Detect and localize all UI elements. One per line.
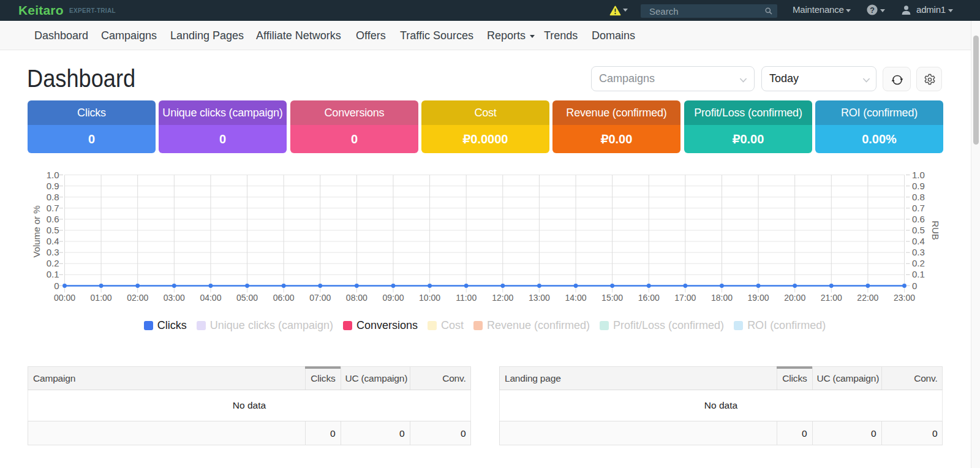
svg-text:0.3: 0.3 xyxy=(912,247,925,257)
svg-text:0.6: 0.6 xyxy=(47,214,59,224)
svg-text:06:00: 06:00 xyxy=(273,293,295,303)
svg-text:14:00: 14:00 xyxy=(565,293,586,303)
svg-text:?: ? xyxy=(870,6,875,15)
svg-text:0.1: 0.1 xyxy=(912,269,925,279)
svg-text:13:00: 13:00 xyxy=(529,293,550,303)
svg-text:16:00: 16:00 xyxy=(638,293,660,303)
svg-text:Volume or %: Volume or % xyxy=(31,205,42,257)
svg-text:0.4: 0.4 xyxy=(47,236,59,246)
svg-text:23:00: 23:00 xyxy=(894,293,915,303)
svg-text:20:00: 20:00 xyxy=(784,293,805,303)
svg-text:12:00: 12:00 xyxy=(492,293,513,303)
svg-text:0.8: 0.8 xyxy=(47,192,59,202)
svg-text:17:00: 17:00 xyxy=(674,293,696,303)
svg-text:00:00: 00:00 xyxy=(54,293,75,303)
svg-text:0.2: 0.2 xyxy=(912,258,925,268)
svg-text:1.0: 1.0 xyxy=(912,170,925,180)
svg-text:02:00: 02:00 xyxy=(127,293,148,303)
svg-text:0.7: 0.7 xyxy=(912,203,925,213)
svg-text:1.0: 1.0 xyxy=(47,170,59,180)
svg-text:04:00: 04:00 xyxy=(200,293,221,303)
svg-text:0.2: 0.2 xyxy=(47,258,59,268)
svg-text:0.5: 0.5 xyxy=(47,225,59,235)
svg-text:0.1: 0.1 xyxy=(47,269,59,279)
svg-text:22:00: 22:00 xyxy=(857,293,878,303)
svg-text:18:00: 18:00 xyxy=(711,293,733,303)
svg-text:03:00: 03:00 xyxy=(164,293,185,303)
svg-text:0.8: 0.8 xyxy=(912,192,925,202)
svg-text:21:00: 21:00 xyxy=(821,293,842,303)
svg-text:08:00: 08:00 xyxy=(346,293,368,303)
svg-text:10:00: 10:00 xyxy=(419,293,440,303)
svg-text:0.5: 0.5 xyxy=(912,225,925,235)
svg-text:0.7: 0.7 xyxy=(47,203,59,213)
svg-text:09:00: 09:00 xyxy=(382,293,404,303)
svg-text:0.3: 0.3 xyxy=(47,247,59,257)
svg-text:0.6: 0.6 xyxy=(912,214,925,224)
svg-text:15:00: 15:00 xyxy=(601,293,623,303)
svg-text:11:00: 11:00 xyxy=(456,293,477,303)
svg-text:0: 0 xyxy=(912,281,917,291)
svg-text:19:00: 19:00 xyxy=(748,293,769,303)
svg-text:05:00: 05:00 xyxy=(236,293,258,303)
svg-text:07:00: 07:00 xyxy=(309,293,331,303)
svg-text:0.4: 0.4 xyxy=(912,236,925,246)
svg-text:01:00: 01:00 xyxy=(91,293,112,303)
svg-text:0.9: 0.9 xyxy=(47,181,59,191)
svg-text:RUB: RUB xyxy=(930,221,941,240)
svg-text:0.9: 0.9 xyxy=(912,181,925,191)
svg-text:0: 0 xyxy=(54,281,59,291)
